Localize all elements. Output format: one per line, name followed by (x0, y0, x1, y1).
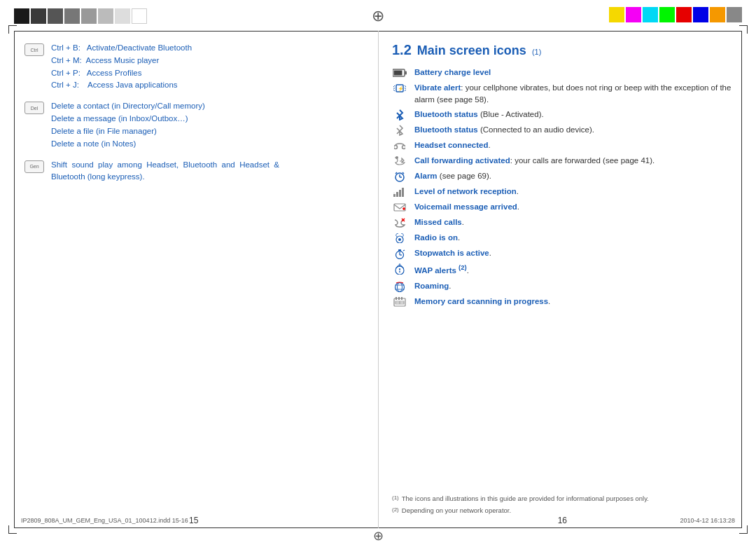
wap-icon (392, 263, 407, 275)
svg-rect-47 (401, 297, 402, 300)
svg-line-6 (393, 90, 395, 91)
roaming-icon (392, 281, 407, 292)
vibrate-icon: ⚡ (392, 83, 407, 94)
svg-point-30 (398, 238, 401, 241)
icon-row-bluetooth-audio: Bluetooth status (Connected to an audio … (392, 124, 732, 136)
icon-row-headset: Headset connected. (392, 139, 732, 151)
svg-text:⚡: ⚡ (398, 85, 404, 92)
section-heading: 1.2 Main screen icons (1) (392, 42, 732, 58)
del-key-icon: Del (24, 102, 44, 114)
voicemail-icon (392, 202, 407, 213)
battery-text: Battery charge level (414, 67, 732, 78)
icon-row-network: . Level of network reception. (392, 186, 732, 198)
color-block (115, 8, 130, 24)
network-text: Level of network reception. (414, 186, 732, 198)
vibrate-text: Vibrate alert: your cellphone vibrates, … (414, 82, 732, 105)
del-message-line: Delete a message (in Inbox/Outbox…) (51, 113, 364, 125)
network-icon: . (392, 186, 407, 198)
color-block (609, 7, 624, 22)
footnote-2: (2) Depending on your network operator. (392, 506, 732, 515)
color-block (727, 7, 742, 22)
svg-rect-34 (398, 249, 401, 251)
icon-row-radio: Radio is on. (392, 232, 732, 244)
color-block (48, 8, 63, 24)
right-page: 1.2 Main screen icons (1) Battery charge… (378, 35, 738, 524)
section-sup: (1) (532, 48, 541, 56)
color-block (659, 7, 675, 22)
svg-rect-22 (402, 188, 404, 197)
wap-text: WAP alerts (2). (414, 263, 732, 277)
color-block (14, 8, 29, 24)
color-block (693, 7, 708, 22)
memory-text: Memory card scanning in progress. (414, 296, 732, 308)
color-block (64, 8, 80, 24)
call-forward-text: Call forwarding activated: your calls ar… (414, 155, 732, 167)
icon-row-bluetooth-active: Bluetooth status (Blue - Activated). (392, 109, 732, 120)
corner-mark-br (739, 525, 748, 534)
footer-date-info: 2010-4-12 16:13:28 (680, 517, 735, 524)
left-page: Ctrl Ctrl + B: Activate/Deactivate Bluet… (18, 35, 378, 524)
page-border-right (741, 31, 742, 528)
bluetooth-audio-icon (392, 125, 407, 136)
svg-rect-2 (394, 71, 402, 76)
icon-row-voicemail: Voicemail message arrived. (392, 201, 732, 213)
svg-line-9 (405, 90, 406, 91)
footnote-2-text: Depending on your network operator. (402, 506, 511, 515)
color-block (676, 7, 692, 22)
svg-line-7 (405, 85, 406, 87)
del-note-line: Delete a note (in Notes) (51, 138, 364, 151)
memory-icon (392, 296, 407, 308)
color-blocks-left (14, 8, 147, 24)
call-forward-icon (392, 156, 407, 167)
color-block (98, 8, 113, 24)
del-file-line: Delete a file (in File manager) (51, 125, 364, 138)
ctrl-key-icon: Ctrl (24, 43, 44, 56)
svg-line-35 (403, 250, 405, 251)
svg-line-17 (396, 172, 397, 174)
icon-row-missed-calls: Missed calls. (392, 216, 732, 228)
color-block (31, 8, 46, 24)
top-bar: ⊕ (0, 0, 756, 32)
section-number: 1.2 (392, 42, 412, 58)
color-block (710, 7, 725, 22)
corner-mark-tl (8, 25, 17, 34)
radio-icon (392, 233, 407, 244)
headset-text: Headset connected. (414, 139, 732, 151)
bluetooth-active-text: Bluetooth status (Blue - Activated). (414, 109, 732, 120)
color-block (132, 8, 147, 24)
del-section: Del Delete a contact (in Directory/Call … (24, 100, 364, 150)
page-number-left: 15 (189, 516, 198, 525)
svg-point-40 (396, 282, 405, 291)
gen-section-text: Shift sound play among Headset, Bluetoot… (51, 159, 364, 184)
ctrl-m-line: Ctrl + M: Access Music player (51, 55, 364, 67)
del-section-content: Delete a contact (in Directory/Call memo… (51, 100, 364, 150)
bluetooth-active-icon (392, 109, 407, 120)
color-block (643, 7, 658, 22)
color-block (626, 7, 641, 22)
icon-row-call-forward: Call forwarding activated: your calls ar… (392, 155, 732, 167)
svg-text:.: . (393, 189, 395, 194)
svg-rect-1 (405, 71, 407, 75)
ctrl-j-line: Ctrl + J: Access Java applications (51, 79, 364, 92)
svg-point-41 (398, 282, 402, 291)
svg-rect-19 (393, 194, 396, 197)
icon-row-roaming: Roaming. (392, 280, 732, 292)
svg-rect-20 (396, 192, 398, 197)
gen-key-icon: Gen (24, 160, 44, 173)
footnote-1: (1) The icons and illustrations in this … (392, 494, 732, 503)
corner-mark-bl (8, 525, 17, 534)
voicemail-text: Voicemail message arrived. (414, 201, 732, 213)
icon-row-stopwatch: Stopwatch is active. (392, 247, 732, 259)
battery-icon (392, 67, 407, 78)
footnotes: (1) The icons and illustrations in this … (392, 487, 732, 517)
ctrl-b-line: Ctrl + B: Activate/Deactivate Bluetooth (51, 42, 364, 55)
icon-row-battery: Battery charge level (392, 67, 732, 78)
ctrl-p-line: Ctrl + P: Access Profiles (51, 67, 364, 80)
stopwatch-icon (392, 248, 407, 259)
svg-rect-45 (396, 297, 397, 300)
alarm-text: Alarm (see page 69). (414, 170, 732, 182)
section-title: Main screen icons (417, 43, 526, 58)
icon-row-alarm: Alarm (see page 69). (392, 170, 732, 182)
bottom-crosshair: ⊕ (373, 528, 384, 544)
footnote-2-num: (2) (392, 506, 399, 515)
